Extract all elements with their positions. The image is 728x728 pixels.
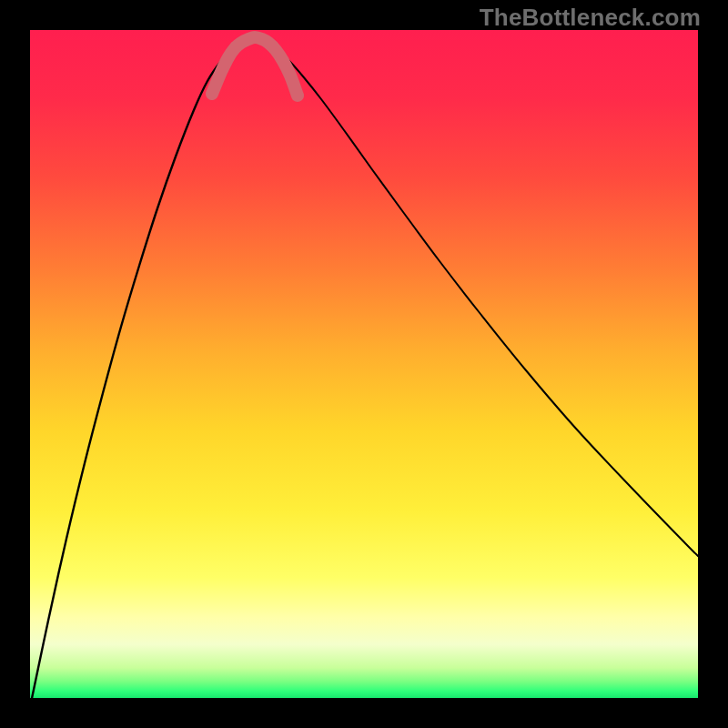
curve-layer (30, 30, 698, 698)
curve-left-arm (30, 45, 241, 698)
valley-highlight (212, 37, 298, 96)
curve-right-arm (268, 45, 698, 556)
chart-area (30, 30, 698, 698)
watermark-text: TheBottleneck.com (480, 4, 701, 32)
